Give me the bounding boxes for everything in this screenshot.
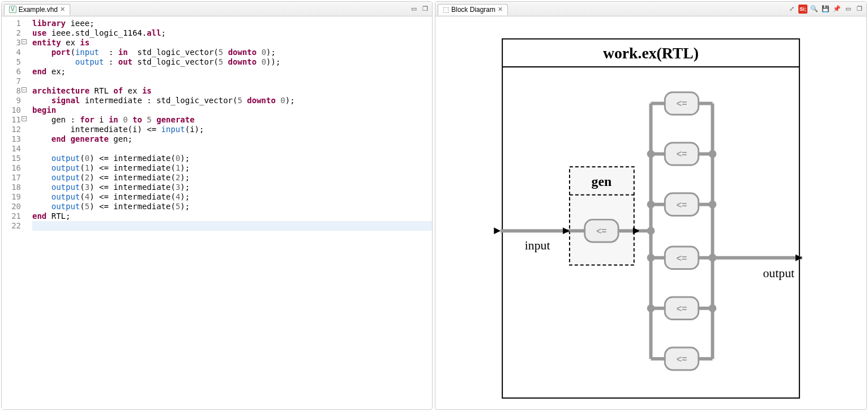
tab-title: Block Diagram xyxy=(451,6,495,14)
svg-point-33 xyxy=(647,304,655,312)
output-label: output xyxy=(763,266,795,280)
input-arrow-icon xyxy=(494,227,501,234)
diagram-tabbar: ⬚ Block Diagram ✕ ⤢ Si; 🔍 💾 📌 ▭ ❐ xyxy=(435,2,866,16)
input-label: input xyxy=(525,239,550,252)
svg-text:<=: <= xyxy=(677,354,687,364)
code-editor[interactable]: 123−45678−91011−1213141516171819202122 l… xyxy=(2,16,432,409)
minimize-icon[interactable]: ▭ xyxy=(409,5,418,14)
gen-label: gen xyxy=(592,174,612,189)
svg-text:<=: <= xyxy=(677,304,687,313)
svg-point-27 xyxy=(647,254,655,262)
entity-title: work.ex(RTL) xyxy=(603,44,699,62)
minimize-icon[interactable]: ▭ xyxy=(844,5,853,14)
svg-text:<=: <= xyxy=(677,149,687,159)
close-tab-icon[interactable]: ✕ xyxy=(498,6,503,13)
diagram-pane: ⬚ Block Diagram ✕ ⤢ Si; 🔍 💾 📌 ▭ ❐ work.e… xyxy=(435,1,867,410)
zoom-icon[interactable]: 🔍 xyxy=(810,5,819,14)
pin-icon[interactable]: 📌 xyxy=(832,5,841,14)
editor-tab[interactable]: V Example.vhd ✕ xyxy=(4,4,70,15)
close-tab-icon[interactable]: ✕ xyxy=(60,6,65,13)
layout-icon[interactable]: ⤢ xyxy=(787,5,796,14)
svg-text:<=: <= xyxy=(596,226,607,236)
vhdl-file-icon: V xyxy=(9,6,16,13)
editor-pane: V Example.vhd ✕ ▭ ❐ 123−45678−91011−1213… xyxy=(1,1,433,410)
save-icon[interactable]: 💾 xyxy=(821,5,830,14)
editor-tabbar: V Example.vhd ✕ ▭ ❐ xyxy=(2,2,432,16)
svg-point-21 xyxy=(647,201,655,209)
tab-title: Example.vhd xyxy=(19,6,58,14)
diagram-tab[interactable]: ⬚ Block Diagram ✕ xyxy=(438,4,508,15)
svg-point-15 xyxy=(647,150,655,158)
block-diagram-icon: ⬚ xyxy=(443,6,449,14)
sigasi-icon[interactable]: Si; xyxy=(798,5,807,14)
svg-text:<=: <= xyxy=(677,99,687,108)
svg-point-9 xyxy=(647,227,655,235)
maximize-icon[interactable]: ❐ xyxy=(421,5,430,14)
assign-block-gen[interactable]: <= xyxy=(585,219,618,242)
line-gutter: 123−45678−91011−1213141516171819202122 xyxy=(2,16,24,409)
maximize-icon[interactable]: ❐ xyxy=(855,5,864,14)
diagram-canvas[interactable]: work.ex(RTL) input gen <= <=<=<=<= xyxy=(435,16,866,409)
svg-text:<=: <= xyxy=(677,200,687,210)
svg-text:<=: <= xyxy=(677,253,687,263)
svg-point-42 xyxy=(708,254,716,262)
code-area[interactable]: library ieee;use ieee.std_logic_1164.all… xyxy=(24,16,432,409)
block-diagram-svg: work.ex(RTL) input gen <= <=<=<=<= xyxy=(435,16,866,409)
